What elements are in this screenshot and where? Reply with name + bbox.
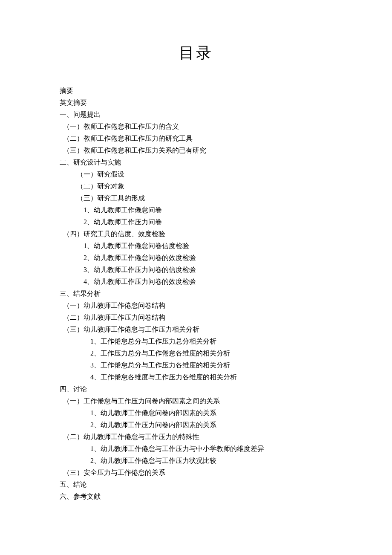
toc-entry: （三）研究工具的形成 (60, 192, 332, 204)
toc-entry: （三）幼儿教师工作倦怠与工作压力相关分析 (60, 324, 332, 335)
toc-entry: 4、工作倦怠各维度与工作压力各维度的相关分析 (60, 371, 332, 383)
toc-entry: （三）安全压力与工作倦怠的关系 (60, 467, 332, 479)
toc-entry: （一）工作倦怠与工作压力问卷内部因素之间的关系 (60, 395, 332, 407)
toc-entry: （一）研究假设 (60, 168, 332, 180)
toc-entry: 摘要 (60, 85, 332, 97)
toc-entry: 1、幼儿教师工作倦怠与工作压力与中小学教师的维度差异 (60, 443, 332, 455)
toc-entry: 一、问题提出 (60, 109, 332, 121)
toc-entry: （二）幼儿教师工作压力问卷结构 (60, 312, 332, 324)
toc-entry: 1、幼儿教师工作倦怠问卷信度检验 (60, 240, 332, 252)
toc-entry: 六、参考文献 (60, 491, 332, 503)
toc-entry: 2、幼儿教师工作压力问卷 (60, 216, 332, 228)
toc-entry: 3、工作倦怠总分与工作压力各维度的相关分析 (60, 359, 332, 371)
toc-entry: 三、结果分析 (60, 288, 332, 300)
toc-entry: （二）教师工作倦怠和工作压力的研究工具 (60, 133, 332, 145)
toc-entry: 4、幼儿教师工作压力问卷的效度检验 (60, 276, 332, 288)
toc-entry: 3、幼儿教师工作压力问卷的信度检验 (60, 264, 332, 276)
toc-entry: （二）幼儿教师工作倦怠与工作压力的特殊性 (60, 431, 332, 443)
toc-entry: 1、幼儿教师工作倦怠问卷 (60, 204, 332, 216)
toc-entry: （一）幼儿教师工作倦怠问卷结构 (60, 300, 332, 312)
toc-entry: 五、结论 (60, 479, 332, 491)
toc-entry: 1、工作倦怠总分与工作压力总分相关分析 (60, 335, 332, 347)
toc-entry: 2、幼儿教师工作压力问卷内部因素的关系 (60, 419, 332, 431)
toc-entry: （三）教师工作倦怠和工作压力关系的已有研究 (60, 145, 332, 156)
toc-entry: 英文摘要 (60, 97, 332, 109)
toc-entry: 2、工作压力总分与工作倦怠各维度的相关分析 (60, 347, 332, 359)
toc-entry: （四）研究工具的信度、效度检验 (60, 228, 332, 240)
table-of-contents: 摘要英文摘要一、问题提出（一）教师工作倦怠和工作压力的含义（二）教师工作倦怠和工… (60, 85, 332, 503)
toc-entry: 2、幼儿教师工作倦怠问卷的效度检验 (60, 252, 332, 264)
toc-entry: （二）研究对象 (60, 180, 332, 192)
toc-entry: 四、讨论 (60, 383, 332, 395)
page-title: 目录 (60, 43, 332, 64)
toc-entry: （一）教师工作倦怠和工作压力的含义 (60, 121, 332, 133)
toc-entry: 1、幼儿教师工作倦怠问卷内部因素的关系 (60, 407, 332, 419)
toc-entry: 2、幼儿教师工作倦怠与工作压力状况比较 (60, 455, 332, 467)
toc-entry: 二、研究设计与实施 (60, 156, 332, 168)
